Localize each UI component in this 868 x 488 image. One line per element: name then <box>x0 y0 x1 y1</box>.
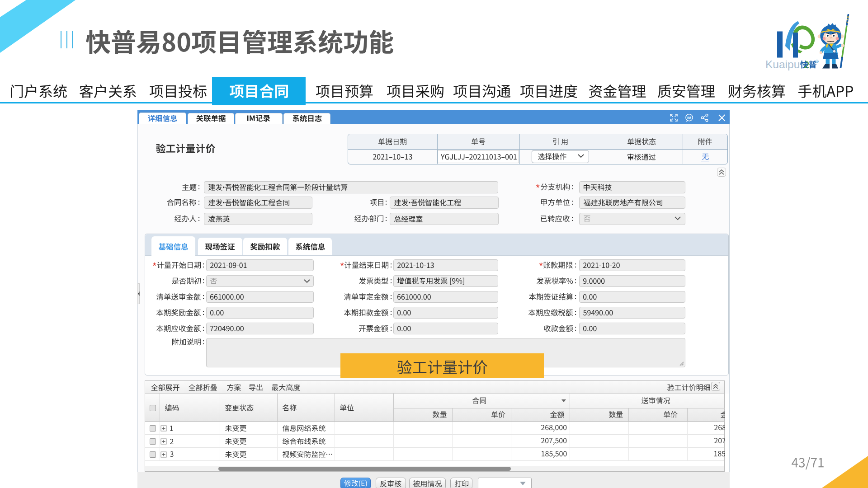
svg-text:IM: IM <box>687 116 691 120</box>
svg-text:Kuaipu: Kuaipu <box>765 58 800 70</box>
